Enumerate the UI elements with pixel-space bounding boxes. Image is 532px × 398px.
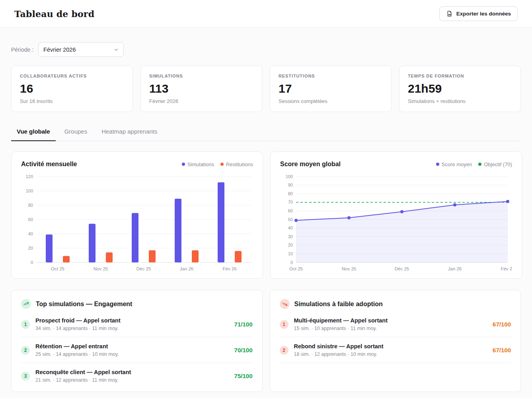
svg-text:80: 80 [28, 203, 33, 208]
simulation-meta: 21 sim. · 12 apprenants · 11 min moy. [35, 377, 131, 383]
simulation-name: Rebond sinistre — Appel sortant [294, 343, 384, 349]
svg-text:40: 40 [288, 225, 293, 230]
svg-text:0: 0 [290, 260, 293, 265]
simulation-name: Multi-équipement — Appel sortant [294, 317, 388, 324]
csv-file-icon [446, 10, 453, 17]
simulation-name: Reconquête client — Appel sortant [35, 369, 131, 375]
period-select[interactable]: Février 2026 [38, 42, 124, 57]
svg-text:100: 100 [26, 188, 33, 193]
tab-heatmap-apprenants[interactable]: Heatmap apprenants [96, 124, 163, 141]
simulation-score: 71/100 [234, 321, 253, 328]
legend-dot [220, 163, 224, 166]
simulation-info: Rétention — Appel entrant25 sim. · 14 ap… [35, 343, 119, 357]
stat-label: RESTITUTIONS [279, 74, 383, 78]
legend-item-objectif-70: Objectif (70) [478, 161, 512, 167]
score-chart-title: Score moyen global [280, 161, 341, 168]
rank-badge: 1 [21, 320, 30, 329]
svg-text:0: 0 [31, 260, 33, 265]
simulation-info: Multi-équipement — Appel sortant15 sim. … [294, 317, 388, 331]
simulation-score: 75/100 [234, 373, 253, 379]
svg-text:Oct 25: Oct 25 [289, 266, 303, 271]
top-simulations-card: Top simulations — Engagement 1Prospect f… [11, 290, 263, 392]
low-adoption-card: Simulations à faible adoption 1Multi-équ… [270, 290, 521, 392]
activity-chart-title: Activité mensuelle [21, 161, 77, 168]
activity-bar-chart: 020406080100120Oct 25Nov 25Déc 25Jan 26F… [21, 171, 253, 274]
svg-text:Fév 26: Fév 26 [222, 266, 236, 271]
simulation-meta: 25 sim. · 14 apprenants · 10 min moy. [35, 351, 119, 357]
chevron-down-icon [114, 47, 119, 52]
low-adoption-title: Simulations à faible adoption [294, 301, 383, 308]
low-adoption-list: 1Multi-équipement — Appel sortant15 sim.… [280, 311, 511, 363]
stat-card-collaborateurs-actifs: COLLABORATEURS ACTIFS16Sur 16 inscrits [11, 66, 133, 112]
stat-card-temps-de-formation: TEMPS DE FORMATION21h59Simulations + res… [399, 66, 521, 112]
stat-label: SIMULATIONS [149, 74, 253, 78]
export-button[interactable]: Exporter les données [439, 6, 518, 21]
svg-text:10: 10 [288, 251, 293, 256]
simulation-info: Reconquête client — Appel sortant21 sim.… [35, 369, 131, 383]
stat-sub: Sessions complétées [279, 98, 383, 104]
top-simulations-title: Top simulations — Engagement [36, 301, 132, 308]
rank-badge: 2 [21, 346, 30, 355]
activity-chart-legend: SimulationsRestitutions [182, 161, 253, 167]
legend-dot [478, 163, 481, 166]
score-chart-legend: Score moyenObjectif (70) [436, 161, 512, 167]
svg-text:Oct 25: Oct 25 [51, 266, 64, 271]
stat-card-restitutions: RESTITUTIONS17Sessions complétées [270, 66, 392, 112]
svg-text:100: 100 [286, 174, 293, 179]
list-item: 2Rebond sinistre — Appel sortant18 sim. … [280, 337, 511, 363]
legend-label: Score moyen [442, 161, 472, 167]
stat-sub: Simulations + restitutions [408, 98, 512, 104]
rank-badge: 2 [280, 346, 288, 355]
list-item: 1Multi-équipement — Appel sortant15 sim.… [280, 311, 511, 337]
simulation-info: Prospect froid — Appel sortant34 sim. · … [35, 317, 121, 331]
tab-groupes[interactable]: Groupes [59, 124, 93, 141]
lists-row: Top simulations — Engagement 1Prospect f… [11, 290, 521, 398]
svg-text:20: 20 [28, 246, 33, 250]
stat-value: 21h59 [408, 82, 512, 95]
stat-sub: Sur 16 inscrits [20, 98, 124, 104]
stats-row: COLLABORATEURS ACTIFS16Sur 16 inscritsSI… [11, 66, 521, 112]
activity-chart-card: Activité mensuelle SimulationsRestitutio… [11, 151, 263, 279]
trend-up-icon [21, 299, 31, 309]
export-button-label: Exporter les données [456, 11, 511, 17]
legend-dot [182, 163, 185, 166]
period-select-value: Février 2026 [43, 47, 76, 53]
top-simulations-list: 1Prospect froid — Appel sortant34 sim. ·… [21, 311, 253, 388]
simulation-meta: 15 sim. · 10 apprenants · 11 min moy. [294, 326, 388, 331]
charts-row: Activité mensuelle SimulationsRestitutio… [11, 151, 521, 279]
stat-value: 16 [20, 82, 124, 95]
tab-vue-globale[interactable]: Vue globale [11, 124, 56, 141]
svg-text:90: 90 [288, 182, 293, 187]
simulation-meta: 18 sim. · 12 apprenants · 10 min moy. [294, 351, 384, 357]
svg-text:40: 40 [28, 231, 33, 236]
list-item: 3Reconquête client — Appel sortant21 sim… [21, 363, 253, 388]
score-chart-card: Score moyen global Score moyenObjectif (… [270, 151, 522, 279]
rank-badge: 1 [280, 320, 288, 329]
svg-text:120: 120 [26, 174, 33, 179]
period-row: Période : Février 2026 [11, 42, 521, 57]
stat-label: COLLABORATEURS ACTIFS [20, 74, 124, 78]
svg-text:Jan 26: Jan 26 [180, 266, 194, 271]
svg-text:60: 60 [288, 208, 293, 213]
svg-text:50: 50 [288, 217, 293, 222]
simulation-meta: 34 sim. · 14 apprenants · 11 min moy. [35, 326, 121, 331]
svg-text:20: 20 [288, 243, 293, 247]
svg-text:Fév 26: Fév 26 [501, 266, 512, 271]
legend-dot [436, 163, 439, 166]
svg-text:30: 30 [288, 234, 293, 239]
trend-down-icon [280, 299, 290, 309]
dashboard-main: Période : Février 2026 COLLABORATEURS AC… [0, 28, 532, 398]
header: Tableau de bord Exporter les données [0, 0, 532, 28]
simulation-info: Rebond sinistre — Appel sortant18 sim. ·… [294, 343, 384, 357]
legend-item-restitutions: Restitutions [220, 161, 253, 167]
svg-text:Déc 25: Déc 25 [136, 266, 151, 271]
svg-text:Déc 25: Déc 25 [395, 266, 409, 271]
simulation-name: Prospect froid — Appel sortant [35, 317, 121, 324]
legend-label: Simulations [187, 161, 214, 167]
rank-badge: 3 [21, 372, 30, 381]
stat-value: 17 [279, 82, 383, 95]
simulation-name: Rétention — Appel entrant [35, 343, 119, 349]
list-item: 2Rétention — Appel entrant25 sim. · 14 a… [21, 337, 253, 363]
svg-text:Nov 25: Nov 25 [342, 266, 356, 271]
svg-text:Jan 26: Jan 26 [448, 266, 462, 271]
